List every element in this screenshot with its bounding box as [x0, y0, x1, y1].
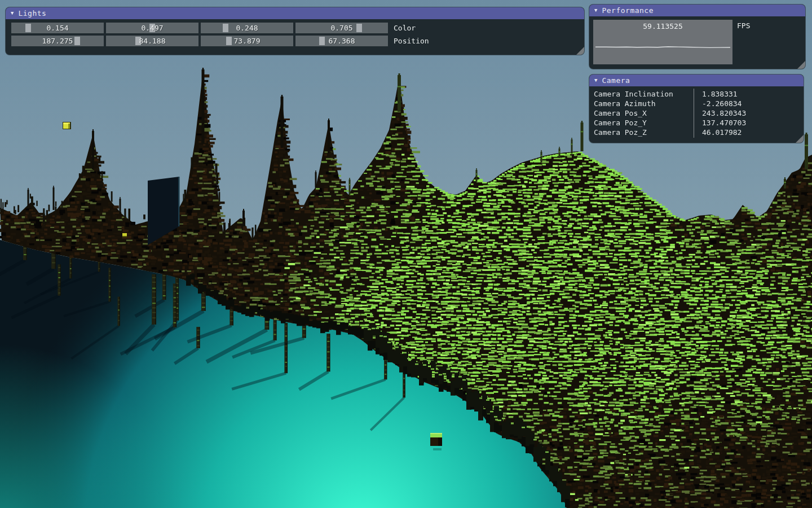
resize-grip[interactable]: [576, 47, 584, 55]
camera-row-label: Camera Inclination: [594, 90, 694, 98]
slider-value: 0.248: [201, 23, 293, 33]
fps-unit-label: FPS: [737, 21, 750, 30]
slider-value: 84.188: [106, 36, 198, 46]
light-position-slider-3[interactable]: 67.368: [295, 36, 388, 46]
light-color-slider-0[interactable]: 0.154: [11, 23, 104, 33]
camera-row-label: Camera Poz_Z: [594, 128, 694, 137]
camera-row-value: 243.820343: [694, 109, 746, 117]
color-row-label: Color: [394, 24, 416, 32]
performance-panel: ▼ Performance 59.113525 FPS: [589, 5, 805, 69]
camera-row-label: Camera Poz_Y: [594, 119, 694, 127]
performance-panel-header[interactable]: ▼ Performance: [589, 5, 805, 16]
camera-row: Camera Inclination 1.838331: [594, 89, 799, 99]
camera-rows: Camera Inclination 1.838331 Camera Azimu…: [594, 89, 799, 137]
light-color-slider-3[interactable]: 0.705: [295, 23, 388, 33]
camera-panel-title: Camera: [602, 76, 630, 85]
slider-value: 0.497: [106, 23, 198, 33]
collapse-arrow-icon: ▼: [594, 78, 597, 83]
light-color-slider-2[interactable]: 0.248: [201, 23, 293, 33]
performance-panel-title: Performance: [602, 6, 654, 15]
slider-value: 0.154: [11, 23, 104, 33]
slider-value: 0.705: [295, 23, 388, 33]
light-position-slider-1[interactable]: 84.188: [106, 36, 198, 46]
position-row-label: Position: [394, 37, 429, 45]
camera-row-value: -2.260834: [694, 99, 742, 108]
camera-row-label: Camera Pos_X: [594, 109, 694, 117]
fps-plot: 59.113525: [593, 20, 732, 64]
camera-panel-header[interactable]: ▼ Camera: [589, 75, 804, 86]
camera-row-value: 46.017982: [694, 128, 742, 137]
camera-row-value: 1.838331: [694, 90, 738, 98]
light-position-slider-2[interactable]: 73.879: [201, 36, 293, 46]
camera-row-value: 137.470703: [694, 119, 746, 127]
light-color-slider-1[interactable]: 0.497: [106, 23, 198, 33]
resize-grip[interactable]: [797, 61, 805, 69]
fps-plot-value: 59.113525: [593, 22, 732, 30]
lights-panel-title: Lights: [18, 9, 46, 17]
camera-panel: ▼ Camera Camera Inclination 1.838331 Cam…: [589, 75, 804, 143]
slider-value: 73.879: [201, 36, 293, 46]
camera-row: Camera Pos_X 243.820343: [594, 108, 799, 118]
collapse-arrow-icon: ▼: [594, 8, 597, 13]
slider-value: 67.368: [295, 36, 388, 46]
camera-row: Camera Poz_Z 46.017982: [594, 128, 799, 137]
lights-panel-header[interactable]: ▼ Lights: [6, 7, 584, 19]
camera-row: Camera Azimuth -2.260834: [594, 99, 799, 108]
collapse-arrow-icon: ▼: [11, 11, 14, 16]
camera-row: Camera Poz_Y 137.470703: [594, 118, 799, 128]
camera-row-label: Camera Azimuth: [594, 99, 694, 108]
resize-grip[interactable]: [796, 135, 804, 143]
slider-value: 187.275: [11, 36, 104, 46]
lights-panel: ▼ Lights 0.154 0.497 0.248 0.705 Color 1…: [6, 7, 584, 55]
voxel-engine-window: ▼ Lights 0.154 0.497 0.248 0.705 Color 1…: [0, 0, 812, 508]
light-position-slider-0[interactable]: 187.275: [11, 36, 104, 46]
